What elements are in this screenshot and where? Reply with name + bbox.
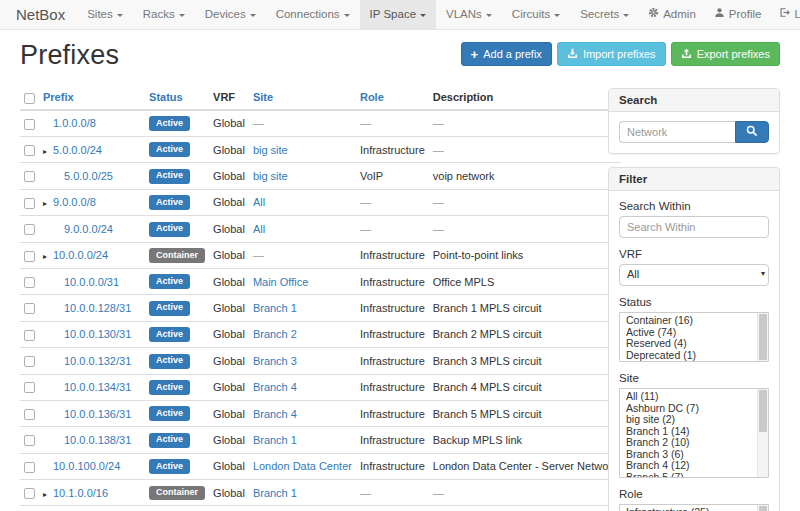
- site-link[interactable]: Branch 4: [253, 381, 297, 393]
- row-checkbox[interactable]: [24, 251, 35, 262]
- row-checkbox[interactable]: [24, 119, 35, 130]
- site-link[interactable]: big site: [253, 144, 288, 156]
- column-header-site[interactable]: Site: [249, 88, 356, 110]
- site-link[interactable]: Branch 1: [253, 302, 297, 314]
- select-all-checkbox[interactable]: [24, 93, 35, 104]
- prefix-link[interactable]: 10.0.0.138/31: [64, 434, 131, 446]
- row-checkbox[interactable]: [24, 171, 35, 182]
- status-listbox[interactable]: Container (16)Active (74)Reserved (4)Dep…: [619, 312, 769, 362]
- site-option-branch-4-12[interactable]: Branch 4 (12): [620, 460, 756, 472]
- status-option-container-16[interactable]: Container (16): [620, 315, 756, 327]
- prefix-link[interactable]: 10.0.100.0/24: [53, 460, 120, 472]
- nav-item-vlans[interactable]: VLANs: [436, 0, 502, 29]
- prefix-link[interactable]: 10.0.0.136/31: [64, 408, 131, 420]
- search-input[interactable]: [619, 121, 735, 143]
- column-header-status[interactable]: Status: [145, 88, 209, 110]
- nav-item-racks[interactable]: Racks: [133, 0, 195, 29]
- site-link[interactable]: London Data Center: [253, 460, 352, 472]
- prefix-link[interactable]: 10.0.0.128/31: [64, 302, 131, 314]
- prefix-link[interactable]: 10.0.0.130/31: [64, 328, 131, 340]
- prefix-link[interactable]: 10.0.0.0/31: [64, 276, 119, 288]
- vrf-cell: Global: [209, 400, 249, 426]
- nav-item-profile[interactable]: Profile: [705, 0, 771, 29]
- site-option-branch-5-7[interactable]: Branch 5 (7): [620, 472, 756, 479]
- prefix-link[interactable]: 10.0.0.132/31: [64, 355, 131, 367]
- description-cell: —: [429, 110, 622, 137]
- site-option-all-11[interactable]: All (11): [620, 391, 756, 403]
- site-option-branch-1-14[interactable]: Branch 1 (14): [620, 426, 756, 438]
- search-icon: [746, 125, 758, 140]
- prefix-link[interactable]: 1.0.0.0/8: [53, 117, 96, 129]
- row-checkbox[interactable]: [24, 409, 35, 420]
- role-cell: Infrastructure: [356, 242, 429, 268]
- site-option-ashburn-dc-7[interactable]: Ashburn DC (7): [620, 403, 756, 415]
- description-cell: London Data Center - Server Network: [429, 453, 622, 479]
- row-checkbox[interactable]: [24, 488, 35, 499]
- site-option-branch-2-10[interactable]: Branch 2 (10): [620, 437, 756, 449]
- row-checkbox[interactable]: [24, 224, 35, 235]
- status-option-reserved-4[interactable]: Reserved (4): [620, 338, 756, 350]
- vrf-select[interactable]: All ▾: [619, 264, 769, 286]
- nav-item-admin[interactable]: Admin: [639, 0, 705, 29]
- empty-value-dash: —: [433, 223, 444, 235]
- brand-netbox[interactable]: NetBox: [10, 0, 77, 29]
- column-header-role[interactable]: Role: [356, 88, 429, 110]
- row-checkbox[interactable]: [24, 330, 35, 341]
- row-checkbox[interactable]: [24, 382, 35, 393]
- site-link[interactable]: All: [253, 196, 265, 208]
- row-checkbox[interactable]: [24, 277, 35, 288]
- nav-item-connections[interactable]: Connections: [266, 0, 360, 29]
- site-link[interactable]: Branch 4: [253, 408, 297, 420]
- empty-value-dash: —: [360, 223, 371, 235]
- nav-item-devices[interactable]: Devices: [195, 0, 266, 29]
- import-prefixes-button[interactable]: Import prefixes: [557, 42, 666, 66]
- site-link[interactable]: Branch 1: [253, 487, 297, 499]
- search-button[interactable]: [735, 121, 769, 143]
- site-link[interactable]: Branch 2: [253, 328, 297, 340]
- prefix-link[interactable]: 10.0.0.0/24: [53, 249, 108, 261]
- status-option-active-74[interactable]: Active (74): [620, 327, 756, 339]
- site-link[interactable]: big site: [253, 170, 288, 182]
- nav-item-ip-space[interactable]: IP Space: [360, 0, 436, 29]
- vrf-cell: Global: [209, 506, 249, 511]
- expand-caret-icon[interactable]: ▸: [43, 147, 53, 156]
- expand-caret-icon[interactable]: ▸: [43, 252, 53, 261]
- expand-caret-icon[interactable]: ▸: [43, 490, 53, 499]
- site-option-branch-3-6[interactable]: Branch 3 (6): [620, 449, 756, 461]
- role-listbox[interactable]: Infrastructure (25)Management (8)Private…: [619, 504, 769, 511]
- site-link[interactable]: Main Office: [253, 276, 308, 288]
- prefix-link[interactable]: 10.0.0.134/31: [64, 381, 131, 393]
- row-checkbox[interactable]: [24, 198, 35, 209]
- column-header-prefix[interactable]: Prefix: [39, 88, 145, 110]
- nav-item-circuits[interactable]: Circuits: [502, 0, 570, 29]
- page-actions: + Add a prefix Import prefixes Export pr…: [461, 42, 780, 66]
- search-within-input[interactable]: [619, 216, 769, 238]
- row-checkbox[interactable]: [24, 462, 35, 473]
- site-listbox[interactable]: All (11)Ashburn DC (7)big site (2)Branch…: [619, 388, 769, 478]
- add-prefix-button[interactable]: + Add a prefix: [461, 42, 552, 66]
- prefix-link[interactable]: 10.1.0.0/16: [53, 487, 108, 499]
- role-cell: —: [356, 216, 429, 242]
- row-checkbox[interactable]: [24, 356, 35, 367]
- prefix-link[interactable]: 9.0.0.0/8: [53, 196, 96, 208]
- site-option-big-site-2[interactable]: big site (2): [620, 414, 756, 426]
- export-prefixes-button[interactable]: Export prefixes: [671, 42, 780, 66]
- expand-caret-icon[interactable]: ▸: [43, 199, 53, 208]
- site-link[interactable]: All: [253, 223, 265, 235]
- site-link[interactable]: Branch 3: [253, 355, 297, 367]
- row-checkbox[interactable]: [24, 303, 35, 314]
- role-option-infrastructure-25[interactable]: Infrastructure (25): [620, 507, 756, 511]
- empty-value-dash: —: [360, 196, 371, 208]
- prefix-link[interactable]: 9.0.0.0/24: [64, 223, 113, 235]
- site-link[interactable]: Branch 1: [253, 434, 297, 446]
- row-checkbox[interactable]: [24, 145, 35, 156]
- prefix-link[interactable]: 5.0.0.0/25: [64, 170, 113, 182]
- button-label: Add a prefix: [483, 48, 542, 60]
- status-option-deprecated-1[interactable]: Deprecated (1): [620, 350, 756, 362]
- row-checkbox[interactable]: [24, 435, 35, 446]
- tree-indent: [43, 417, 54, 418]
- nav-item-log-out[interactable]: Log out: [770, 0, 800, 29]
- prefix-link[interactable]: 5.0.0.0/24: [53, 144, 102, 156]
- nav-item-secrets[interactable]: Secrets: [570, 0, 639, 29]
- nav-item-sites[interactable]: Sites: [77, 0, 133, 29]
